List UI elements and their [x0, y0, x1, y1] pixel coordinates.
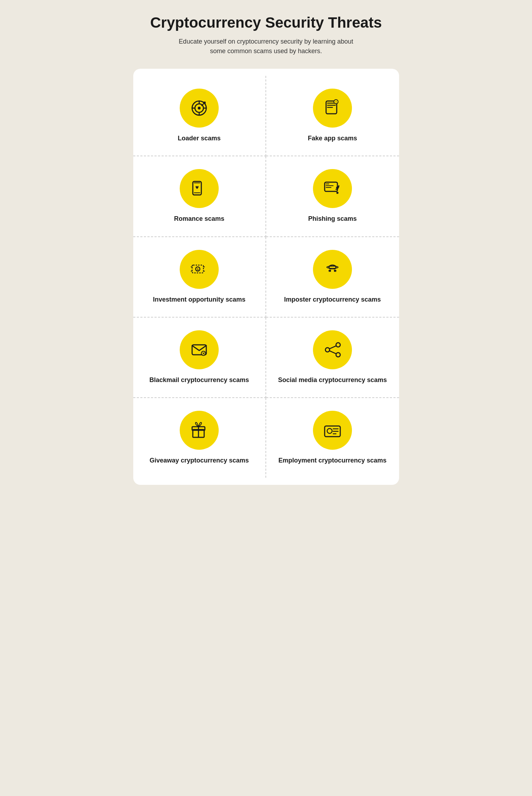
- giveaway-icon: [180, 411, 219, 450]
- social-media-icon: [313, 330, 352, 369]
- item-label-employment-cryptocurrency-scams: Employment cryptocurrency scams: [278, 456, 386, 465]
- items-grid: Loader scams ! Fake app scams Romance sc…: [133, 76, 399, 478]
- svg-text:$: $: [197, 268, 199, 271]
- item-label-giveaway-cryptocurrency-scams: Giveaway cryptocurrency scams: [150, 456, 249, 465]
- grid-item-employment-cryptocurrency-scams: Employment cryptocurrency scams: [266, 398, 399, 478]
- grid-item-romance-scams: Romance scams: [133, 156, 266, 237]
- fake-app-icon: !: [313, 89, 352, 128]
- employment-icon: [313, 411, 352, 450]
- grid-item-phishing-scams: Phishing scams: [266, 156, 399, 237]
- imposter-icon: [313, 250, 352, 289]
- svg-point-18: [334, 270, 336, 272]
- svg-line-28: [330, 351, 336, 354]
- grid-item-social-media-cryptocurrency-scams: Social media cryptocurrency scams: [266, 318, 399, 398]
- item-label-imposter-cryptocurrency-scams: Imposter cryptocurrency scams: [284, 295, 381, 304]
- svg-point-8: [336, 192, 338, 194]
- blackmail-icon: ✕: [180, 330, 219, 369]
- svg-line-27: [330, 346, 336, 349]
- svg-point-2: [198, 107, 201, 110]
- svg-point-12: [329, 265, 336, 269]
- svg-point-24: [336, 343, 340, 347]
- page-wrapper: Cryptocurrency Security Threats Educate …: [133, 14, 399, 485]
- target-icon: [180, 89, 219, 128]
- grid-item-giveaway-cryptocurrency-scams: Giveaway cryptocurrency scams: [133, 398, 266, 478]
- investment-icon: $: [180, 250, 219, 289]
- svg-point-17: [329, 270, 331, 272]
- grid-item-investment-opportunity-scams: $ Investment opportunity scams: [133, 237, 266, 318]
- item-label-phishing-scams: Phishing scams: [308, 214, 357, 223]
- svg-text:!: !: [336, 101, 337, 104]
- grid-item-fake-app-scams: ! Fake app scams: [266, 76, 399, 156]
- svg-point-26: [325, 348, 330, 352]
- item-label-romance-scams: Romance scams: [174, 214, 224, 223]
- page-subtitle: Educate yourself on cryptocurrency secur…: [174, 37, 358, 56]
- svg-text:✕: ✕: [202, 352, 205, 355]
- svg-rect-7: [325, 182, 337, 191]
- romance-icon: [180, 169, 219, 208]
- grid-item-blackmail-cryptocurrency-scams: ✕ Blackmail cryptocurrency scams: [133, 318, 266, 398]
- phishing-icon: [313, 169, 352, 208]
- item-label-social-media-cryptocurrency-scams: Social media cryptocurrency scams: [278, 376, 387, 385]
- page-title: Cryptocurrency Security Threats: [150, 14, 382, 31]
- item-label-blackmail-cryptocurrency-scams: Blackmail cryptocurrency scams: [149, 376, 249, 385]
- svg-point-33: [327, 428, 332, 433]
- grid-item-loader-scams: Loader scams: [133, 76, 266, 156]
- grid-item-imposter-cryptocurrency-scams: Imposter cryptocurrency scams: [266, 237, 399, 318]
- main-card: Loader scams ! Fake app scams Romance sc…: [133, 69, 399, 485]
- svg-point-25: [336, 353, 340, 357]
- item-label-loader-scams: Loader scams: [178, 134, 220, 143]
- item-label-fake-app-scams: Fake app scams: [308, 134, 357, 143]
- item-label-investment-opportunity-scams: Investment opportunity scams: [153, 295, 245, 304]
